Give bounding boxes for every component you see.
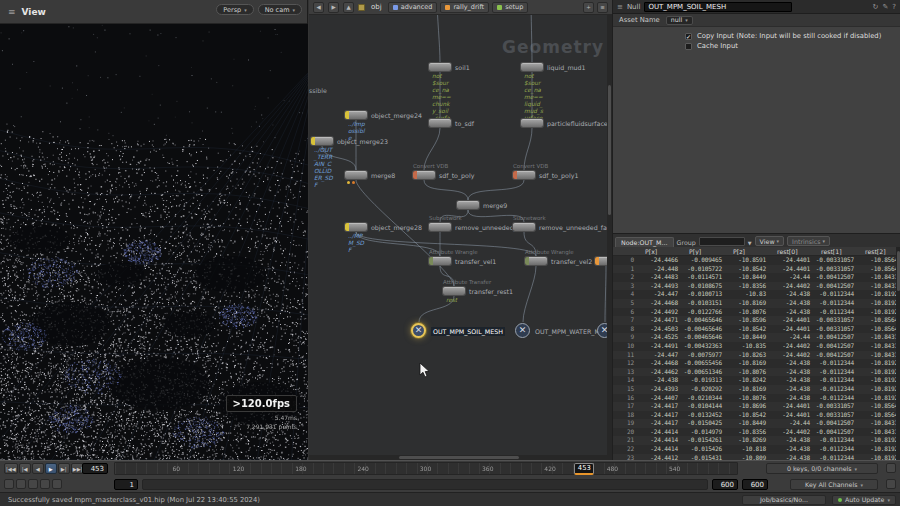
network-node-transfer_rest1[interactable]: Attribute Transfertransfer_rest1rest	[443, 287, 465, 295]
playbar-tool-button[interactable]	[16, 479, 26, 489]
column-header[interactable]: rest[2]	[857, 247, 900, 255]
camera-select-button[interactable]: No cam ▾	[258, 4, 302, 15]
nav-up-button[interactable]: ▲	[343, 2, 354, 13]
keys-info-dropdown[interactable]: 0 keys, 0/0 channels ▾	[766, 463, 878, 474]
network-node-object_merge23[interactable]: object_merge23../OUT_TERRAIN_COLLIDER_SD…	[311, 137, 333, 145]
funnel-icon[interactable]: ▼	[748, 240, 752, 247]
nav-forward-button[interactable]: ▶	[328, 2, 339, 13]
table-row[interactable]: 20-24.4414-0.014979-10.8356-24.4402-0.00…	[613, 428, 900, 437]
playbar-options-button[interactable]	[886, 463, 896, 473]
table-row[interactable]: 6-24.4492-0.0122766-10.8076-24.438-0.011…	[613, 308, 900, 317]
range-end-field[interactable]: 600	[712, 479, 738, 490]
key-all-channels-dropdown[interactable]: Key All Channels ▾	[790, 479, 878, 490]
table-row[interactable]: 12-24.4468-0.00655456-10.8169-24.438-0.0…	[613, 359, 900, 368]
table-row[interactable]: 14-24.438-0.019313-10.8242-24.438-0.0112…	[613, 376, 900, 385]
network-node-sdf_to_poly[interactable]: Convert VDBsdf_to_poly	[413, 171, 435, 179]
view-dropdown[interactable]: View ▾	[755, 236, 784, 246]
column-header[interactable]: P[z]	[725, 247, 769, 255]
network-menu-button[interactable]: ≡	[597, 2, 608, 13]
context-badge-advanced[interactable]: advanced	[388, 2, 438, 13]
group-input[interactable]	[699, 237, 745, 246]
table-row[interactable]: 0-24.4466-0.009465-10.8591-24.4401-0.003…	[613, 256, 900, 265]
network-node-transfer_vel1[interactable]: Attribute Wrangletransfer_vel1	[429, 257, 451, 265]
network-node-merge9[interactable]: merge9	[457, 201, 479, 209]
network-node-OUT_MPM_WATER_MESH[interactable]: ✕OUT_MPM_WATER_MESH	[515, 323, 530, 338]
nav-back-button[interactable]: ◀	[313, 2, 324, 13]
network-node-to_sdf[interactable]: to_sdf	[429, 119, 451, 127]
column-header[interactable]: rest[1]	[813, 247, 857, 255]
playbar-tool-button[interactable]	[40, 479, 50, 489]
persp-view-button[interactable]: Persp ▾	[216, 4, 253, 15]
table-row[interactable]: 15-24.4393-0.020292-10.8169-24.438-0.011…	[613, 385, 900, 394]
cache-input-checkbox[interactable]	[685, 43, 692, 50]
global-range-bar[interactable]	[142, 479, 708, 490]
help-icon[interactable]: ?	[892, 3, 896, 11]
context-badge-setup[interactable]: setup	[492, 2, 528, 13]
playbar-tool-button[interactable]	[28, 479, 38, 489]
pane-menu-icon[interactable]: ≡	[617, 3, 623, 11]
transport-controls: |◀◀|◀◀▶▶|▶▶|	[4, 463, 84, 474]
copy-input-checkbox[interactable]: ✓	[685, 33, 692, 40]
network-node-OUT_MPM_SOIL_MESH[interactable]: ✕OUT_MPM_SOIL_MESH	[411, 323, 426, 338]
column-header[interactable]: P[y]	[681, 247, 725, 255]
network-node-particlefluidsurface1[interactable]: particlefluidsurface1	[521, 119, 543, 127]
timeline-track[interactable]: 453 60120180240300360420480540	[114, 462, 738, 475]
current-frame-field[interactable]: 453	[82, 463, 108, 474]
table-row[interactable]: 16-24.4407-0.0210344-10.8076-24.438-0.01…	[613, 394, 900, 403]
node-label: OUT_MPM_SOIL_MESH	[431, 327, 505, 336]
node-name-field[interactable]: OUT_MPM_SOIL_MESH	[644, 2, 792, 12]
network-node-remove_unneeded_faces1[interactable]: Subnetworkremove_unneeded_faces1	[513, 223, 535, 231]
asset-name-dropdown[interactable]: null ▾	[666, 16, 693, 25]
column-header[interactable]: rest[0]	[769, 247, 813, 255]
network-path[interactable]: obj	[371, 3, 382, 11]
table-row[interactable]: 9-24.4525-0.00465646-10.8449-24.44-0.004…	[613, 333, 900, 342]
intrinsics-dropdown[interactable]: Intrinsics ▾	[787, 236, 830, 246]
table-row[interactable]: 1-24.448-0.0105722-10.8542-24.4401-0.003…	[613, 265, 900, 274]
table-row[interactable]: 8-24.4503-0.00465646-10.8542-24.4401-0.0…	[613, 325, 900, 334]
table-row[interactable]: 21-24.4414-0.0154261-10.8269-24.438-0.01…	[613, 436, 900, 445]
network-node-merge8[interactable]: merge8	[345, 171, 367, 179]
playbar-tool-button[interactable]	[52, 479, 62, 489]
cell: -24.4402	[769, 282, 813, 291]
edit-icon[interactable]: ✎	[882, 3, 888, 11]
context-path-box[interactable]: Job/basics/No...	[742, 495, 826, 505]
table-row[interactable]: 19-24.4417-0.0150425-10.8449-24.44-0.004…	[613, 419, 900, 428]
table-row[interactable]: 22-24.4414-0.015426-10.818-24.438-0.0112…	[613, 445, 900, 454]
spreadsheet-node-tab[interactable]: Node:OUT_M...	[615, 237, 674, 247]
table-row[interactable]: 3-24.4493-0.0108675-10.8356-24.4402-0.00…	[613, 282, 900, 291]
network-node-transfer_vel2[interactable]: Attribute Wrangletransfer_vel2	[525, 257, 547, 265]
context-badge-rally_drift[interactable]: rally_drift	[440, 2, 489, 13]
table-row[interactable]: 11-24.447-0.0075977-10.8263-24.4402-0.00…	[613, 351, 900, 360]
table-row[interactable]: 2-24.4483-0.0114571-10.8449-24.44-0.0041…	[613, 273, 900, 282]
transport-button-3[interactable]: ▶	[45, 463, 57, 474]
range-start-field[interactable]: 1	[114, 479, 138, 490]
transport-button-0[interactable]: |◀◀	[4, 463, 18, 474]
network-canvas[interactable]: Geometry soil1not $source_name==chunky_s…	[309, 15, 612, 460]
table-row[interactable]: 18-24.4417-0.0132452-10.8542-24.4401-0.0…	[613, 411, 900, 420]
spreadsheet-scrollbar[interactable]	[896, 247, 900, 461]
global-end-field[interactable]: 600	[742, 479, 768, 490]
table-row[interactable]: 17-24.4417-0.0104144-10.8696-24.4401-0.0…	[613, 402, 900, 411]
table-row[interactable]: 13-24.4462-0.00651346-10.8076-24.438-0.0…	[613, 368, 900, 377]
network-node-object_merge24[interactable]: object_merge24../Impossible	[345, 111, 367, 119]
network-node-object_merge28[interactable]: object_merge28../MPM_SDF	[345, 223, 367, 231]
table-row[interactable]: 5-24.4468-0.0103151-10.8169-24.438-0.011…	[613, 299, 900, 308]
refresh-icon[interactable]: ↻	[873, 3, 879, 11]
timeline-playhead[interactable]: 453	[574, 463, 594, 475]
table-row[interactable]: 10-24.4491-0.00432363-10.835-24.4402-0.0…	[613, 342, 900, 351]
transport-button-1[interactable]: |◀	[19, 463, 31, 474]
network-node-liquid_mud1[interactable]: liquid_mud1not $source_name==liquid_mud_…	[521, 63, 543, 71]
auto-update-dropdown[interactable]: Auto Update ▾	[832, 495, 896, 505]
table-row[interactable]: 7-24.4471-0.00465646-10.8596-24.4401-0.0…	[613, 316, 900, 325]
table-row[interactable]: 4-24.447-0.0100713-10.83-24.438-0.011234…	[613, 290, 900, 299]
pane-menu-icon[interactable]: ≡	[0, 7, 22, 17]
add-node-button[interactable]: +	[583, 2, 594, 13]
column-header[interactable]: P[x]	[637, 247, 681, 255]
network-node-remove_unneeded_faces[interactable]: Subnetworkremove_unneeded_faces	[429, 223, 451, 231]
network-node-soil1[interactable]: soil1not $source_name==chunky_soil_surfa…	[429, 63, 451, 71]
playbar-tool-button[interactable]	[4, 479, 14, 489]
transport-button-4[interactable]: ▶|	[58, 463, 70, 474]
network-node-sdf_to_poly1[interactable]: Convert VDBsdf_to_poly1	[513, 171, 535, 179]
transport-button-2[interactable]: ◀	[32, 463, 44, 474]
playbar-options-button[interactable]	[886, 479, 896, 489]
